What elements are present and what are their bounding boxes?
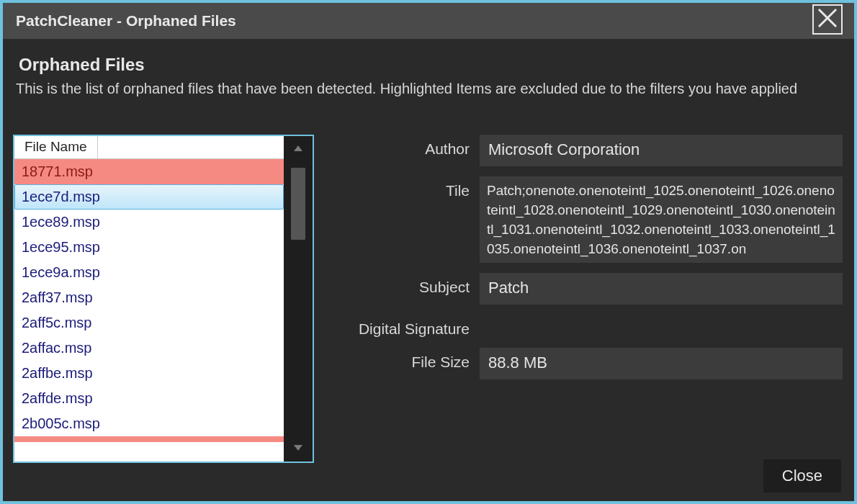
file-row[interactable]: 2affbe.msp <box>14 361 284 386</box>
file-row[interactable]: 1ece9a.msp <box>14 260 284 285</box>
label-author: Author <box>336 135 480 158</box>
file-row[interactable]: 18771.msp <box>14 159 284 184</box>
label-tile: Tile <box>336 176 480 199</box>
window-title: PatchCleaner - Orphaned Files <box>16 12 812 30</box>
file-row[interactable]: 2affac.msp <box>14 336 284 361</box>
titlebar[interactable]: PatchCleaner - Orphaned Files <box>3 3 854 39</box>
section-description: This is the list of orphaned files that … <box>14 81 843 97</box>
file-row[interactable]: 2aff5c.msp <box>14 310 284 336</box>
label-file-size: File Size <box>336 348 480 371</box>
value-author: Microsoft Corporation <box>480 135 843 166</box>
window-close-button[interactable] <box>812 4 843 35</box>
window-frame: PatchCleaner - Orphaned Files Orphaned F… <box>3 3 854 501</box>
scrollbar-vertical[interactable] <box>284 136 313 462</box>
column-header-spacer <box>98 136 284 159</box>
file-row[interactable]: 2aff37.msp <box>14 285 284 310</box>
column-header-row: File Name <box>14 136 284 159</box>
detail-row-file-size: File Size 88.8 MB <box>336 348 843 379</box>
details-panel: Author Microsoft Corporation Tile Patch;… <box>336 135 843 390</box>
label-subject: Subject <box>336 273 480 296</box>
content-area: Orphaned Files This is the list of orpha… <box>3 39 854 501</box>
file-list-inner: File Name 18771.msp1ece7d.msp1ece89.msp1… <box>14 136 284 462</box>
footer: Close <box>763 459 841 492</box>
detail-row-subject: Subject Patch <box>336 273 843 305</box>
value-digital-signature <box>480 315 843 320</box>
detail-row-author: Author Microsoft Corporation <box>336 135 843 166</box>
file-row[interactable]: 1ece89.msp <box>14 210 284 235</box>
close-icon <box>817 7 838 32</box>
detail-row-digital-signature: Digital Signature <box>336 315 843 338</box>
file-list-panel: File Name 18771.msp1ece7d.msp1ece89.msp1… <box>13 135 314 463</box>
scrollbar-down-button[interactable] <box>284 438 313 459</box>
close-button[interactable]: Close <box>763 459 841 492</box>
file-row[interactable] <box>14 436 284 442</box>
label-digital-signature: Digital Signature <box>336 315 480 338</box>
main-row: File Name 18771.msp1ece7d.msp1ece89.msp1… <box>14 135 843 463</box>
scrollbar-up-button[interactable] <box>284 139 313 159</box>
svg-marker-3 <box>294 445 302 451</box>
scrollbar-thumb[interactable] <box>291 168 305 240</box>
file-row[interactable]: 1ece7d.msp <box>14 184 284 210</box>
svg-marker-2 <box>294 145 302 151</box>
file-row[interactable]: 2affde.msp <box>14 386 284 411</box>
section-heading: Orphaned Files <box>14 55 843 75</box>
chevron-down-icon <box>292 442 304 455</box>
value-subject: Patch <box>480 273 843 305</box>
file-row[interactable]: 1ece95.msp <box>14 235 284 260</box>
file-rows: 18771.msp1ece7d.msp1ece89.msp1ece95.msp1… <box>14 159 284 462</box>
chevron-up-icon <box>292 143 304 156</box>
column-header-filename[interactable]: File Name <box>14 136 98 159</box>
file-row[interactable]: 2b005c.msp <box>14 411 284 436</box>
value-file-size: 88.8 MB <box>480 348 843 379</box>
value-tile: Patch;onenote.onenoteintl_1025.onenotein… <box>480 176 843 263</box>
detail-row-tile: Tile Patch;onenote.onenoteintl_1025.onen… <box>336 176 843 263</box>
